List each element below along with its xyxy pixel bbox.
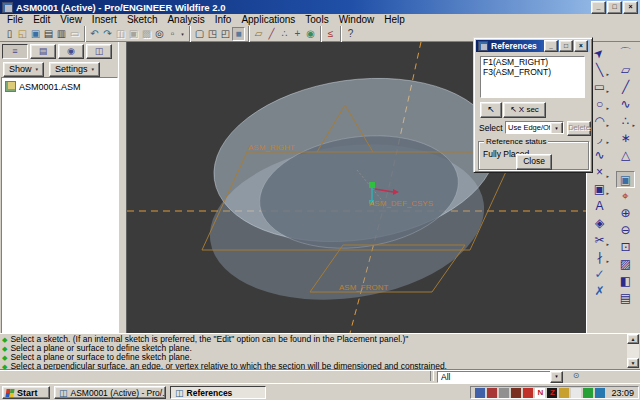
sketch-orient-button[interactable]: ⌖ — [616, 188, 635, 205]
start-button[interactable]: Start — [2, 386, 50, 399]
combo-dropdown-icon[interactable]: ▾ — [550, 122, 563, 134]
wireframe-view-icon[interactable]: ▢ — [193, 27, 206, 41]
datum-point-display-icon[interactable]: ∴ — [278, 27, 291, 41]
sketch-done-button[interactable]: ✓ — [590, 266, 609, 283]
divide-tool[interactable]: ∤▸ — [590, 249, 609, 266]
menu-file[interactable]: File — [2, 14, 28, 26]
datum-axis-display-icon[interactable]: ╱ — [265, 27, 278, 41]
annotation-display-icon[interactable]: ≤ — [324, 27, 337, 41]
conic-arc-tool[interactable]: ⌒ — [616, 45, 635, 62]
tray-scheduler-icon[interactable] — [559, 388, 569, 398]
tray-isd-icon[interactable] — [523, 388, 533, 398]
dialog-minimize-button[interactable]: _ — [544, 40, 558, 52]
fillet-tool-flyout[interactable]: ▸ — [606, 139, 609, 145]
context-help-icon[interactable]: ? — [344, 27, 357, 41]
tray-volume-icon[interactable] — [499, 388, 509, 398]
datum-plane-display-icon[interactable]: ▱ — [252, 27, 265, 41]
zoom-out-button[interactable]: ⊖ — [616, 222, 635, 239]
menu-sketch[interactable]: Sketch — [122, 14, 163, 26]
references-dialog[interactable]: References _ □ × F1(ASM_RIGHT)F3(ASM_FRO… — [473, 37, 593, 173]
dialog-maximize-button[interactable]: □ — [559, 40, 573, 52]
open-file-icon[interactable]: ◱ — [16, 27, 29, 41]
tray-z-icon[interactable]: Z — [547, 388, 557, 398]
titlebar[interactable]: ASM0001 (Active) - Pro/ENGINEER Wildfire… — [0, 0, 640, 14]
favorites-tab[interactable]: ◉ — [58, 44, 84, 59]
copy-icon[interactable]: ◫ — [114, 27, 127, 41]
menu-view[interactable]: View — [55, 14, 87, 26]
rectangle-tool-flyout[interactable]: ▸ — [606, 88, 609, 94]
task-button-references[interactable]: ◫ References — [170, 386, 266, 399]
settings-button[interactable]: Settings▾ — [49, 62, 100, 77]
references-list[interactable]: F1(ASM_RIGHT)F3(ASM_FRONT) — [480, 56, 585, 98]
select-xsec-button[interactable]: ↖ X sec — [503, 102, 546, 118]
trim-tool-flyout[interactable]: ▸ — [606, 241, 609, 247]
spin-center-display-icon[interactable]: ◉ — [304, 27, 317, 41]
model-tree-tab[interactable]: ≡ — [2, 44, 28, 59]
menu-analysis[interactable]: Analysis — [162, 14, 209, 26]
select-items-icon[interactable]: ▫ — [166, 27, 179, 41]
dimension-tool[interactable]: ∗ — [616, 130, 635, 147]
csys-origin-handle[interactable] — [369, 182, 375, 188]
dialog-close-button[interactable]: Close — [516, 154, 552, 170]
menu-insert[interactable]: Insert — [87, 14, 122, 26]
divide-tool-flyout[interactable]: ▸ — [606, 258, 609, 264]
constraint-tool-flyout[interactable]: ▸ — [632, 122, 635, 128]
scroll-down-icon[interactable]: ▼ — [627, 358, 639, 368]
paste-special-icon[interactable]: ▩ — [140, 27, 153, 41]
reference-item[interactable]: F3(ASM_FRONT) — [481, 67, 584, 77]
trim-tool[interactable]: ✂▸ — [590, 232, 609, 249]
shade-button[interactable]: ◧ — [616, 273, 635, 290]
email-icon[interactable]: ▭ — [68, 27, 81, 41]
folder-browser-tab[interactable]: ▤ — [30, 44, 56, 59]
menu-edit[interactable]: Edit — [28, 14, 55, 26]
search-tool-icon[interactable]: ⊙ — [570, 371, 582, 382]
wave-spline-tool[interactable]: ∿ — [616, 96, 635, 113]
new-file-icon[interactable]: ▯ — [3, 27, 16, 41]
tray-messenger-icon[interactable] — [583, 388, 593, 398]
tray-net-icon[interactable] — [595, 388, 605, 398]
parallelogram-tool[interactable]: ▱ — [616, 62, 635, 79]
zoom-refit-button[interactable]: ⊡ — [616, 239, 635, 256]
palette-tool[interactable]: ◈ — [590, 215, 609, 232]
tree-item-asm0001[interactable]: ASM0001.ASM — [2, 78, 117, 95]
tray-update-icon[interactable] — [511, 388, 521, 398]
circle-tool-flyout[interactable]: ▸ — [606, 105, 609, 111]
tray-n-icon[interactable]: N — [535, 388, 545, 398]
constraint-tool[interactable]: ∴▸ — [616, 113, 635, 130]
show-button[interactable]: Show▾ — [3, 62, 44, 77]
find-icon[interactable]: ◎ — [153, 27, 166, 41]
panel-sash[interactable] — [118, 42, 127, 333]
datum-label-asm-front[interactable]: ASM_FRONT — [339, 283, 388, 292]
view-manager-button[interactable]: ▤ — [616, 290, 635, 307]
menu-window[interactable]: Window — [334, 14, 380, 26]
text-tool[interactable]: A — [590, 198, 609, 215]
redo-icon[interactable]: ↷ — [101, 27, 114, 41]
filter-dropdown-icon[interactable]: ▾ — [550, 371, 563, 383]
use-edge-tool-flyout[interactable]: ▸ — [606, 190, 609, 196]
point-tool-flyout[interactable]: ▸ — [606, 173, 609, 179]
save-file-icon[interactable]: ▣ — [29, 27, 42, 41]
hidden-line-view-icon[interactable]: ◳ — [206, 27, 219, 41]
dialog-titlebar[interactable]: References _ □ × — [476, 40, 590, 52]
minimize-button[interactable]: _ — [591, 1, 606, 14]
tray-lang-icon[interactable] — [487, 388, 497, 398]
selection-filter-combobox[interactable]: All ▾ — [437, 371, 563, 383]
undo-icon[interactable]: ↶ — [88, 27, 101, 41]
print-icon[interactable]: ▤ — [42, 27, 55, 41]
menu-info[interactable]: Info — [210, 14, 237, 26]
dialog-close-x-button[interactable]: × — [574, 40, 588, 52]
repaint-button[interactable]: ▨ — [616, 256, 635, 273]
zoom-in-button[interactable]: ⊕ — [616, 205, 635, 222]
select-reference-button[interactable]: ↖ — [480, 102, 502, 118]
select-items-icon-dropdown[interactable]: ▾ — [179, 31, 186, 37]
use-edge-tool[interactable]: ▣▸ — [590, 181, 609, 198]
print-preview-icon[interactable]: ▥ — [55, 27, 68, 41]
restore-button[interactable]: □ — [607, 1, 622, 14]
model-tree[interactable]: ASM0001.ASM — [1, 77, 118, 334]
tray-pen-icon[interactable] — [571, 388, 581, 398]
task-button-proe[interactable]: ◫ ASM0001 (Active) - Pro/... — [54, 386, 166, 399]
sketch-quit-button[interactable]: ✗ — [590, 283, 609, 300]
reference-item[interactable]: F1(ASM_RIGHT) — [481, 57, 584, 67]
datum-label-asm-right[interactable]: ASM_RIGHT — [248, 143, 295, 152]
menu-tools[interactable]: Tools — [300, 14, 333, 26]
